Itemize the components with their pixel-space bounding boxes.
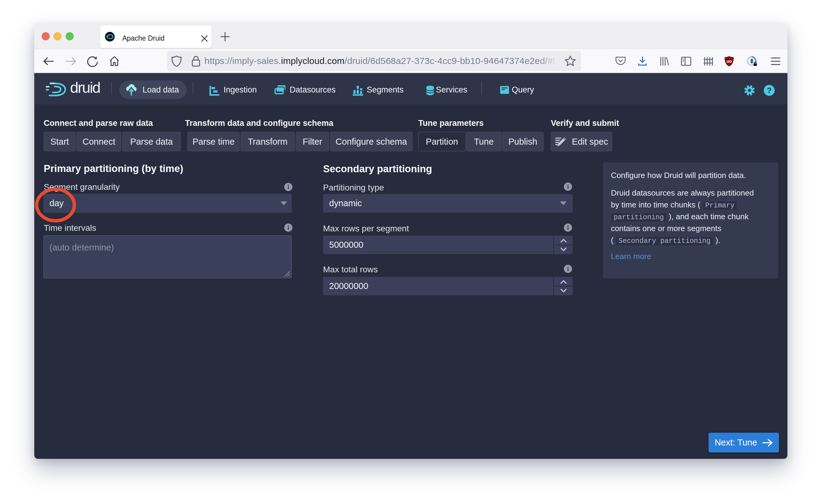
svg-text:?: ? <box>767 86 772 95</box>
svg-text:uo: uo <box>727 59 732 64</box>
